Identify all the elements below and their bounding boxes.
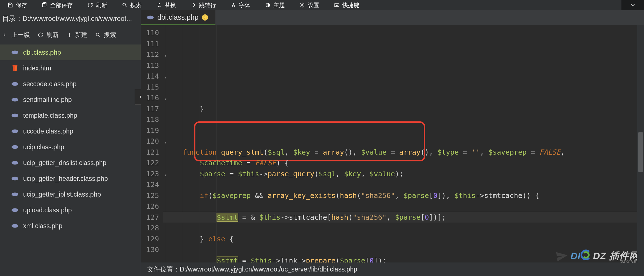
up-level-button[interactable]: 上一级: [2, 31, 30, 39]
svg-rect-4: [334, 4, 339, 6]
line-number[interactable]: 129: [141, 234, 163, 245]
svg-point-16: [12, 224, 18, 228]
line-number[interactable]: 114: [141, 71, 163, 82]
tab-dbi-class-php[interactable]: dbi.class.php !: [141, 10, 215, 25]
line-number[interactable]: 112: [141, 49, 163, 60]
search-label: 搜索: [130, 1, 142, 9]
search-button[interactable]: 搜索: [114, 0, 149, 10]
line-number[interactable]: 110: [141, 28, 163, 39]
svg-point-7: [12, 82, 18, 86]
line-number[interactable]: 126: [141, 201, 163, 212]
svg-point-8: [12, 98, 18, 102]
file-name: upload.class.php: [23, 206, 72, 214]
tab-title: dbi.class.php: [157, 13, 199, 21]
replace-button[interactable]: 替换: [149, 0, 183, 10]
php-file-icon: [11, 175, 19, 182]
up-label: 上一级: [11, 31, 30, 39]
refresh-icon: [87, 2, 93, 8]
php-file-icon: [11, 206, 19, 214]
toolbar-menu-button[interactable]: [621, 0, 644, 10]
file-item[interactable]: sendmail.inc.php: [0, 92, 141, 108]
line-number[interactable]: 111: [141, 39, 163, 50]
save-label: 保存: [16, 1, 27, 9]
line-number[interactable]: 125: [141, 190, 163, 201]
line-number[interactable]: 124: [141, 179, 163, 190]
svg-point-10: [12, 130, 18, 133]
save-button[interactable]: 保存: [0, 0, 34, 10]
line-number[interactable]: 130: [141, 244, 163, 255]
goto-button[interactable]: 跳转行: [183, 0, 223, 10]
line-number[interactable]: 119: [141, 125, 163, 136]
php-file-icon: [147, 15, 154, 20]
search-icon: [95, 32, 101, 38]
shortcuts-button[interactable]: 快捷键: [327, 0, 367, 10]
svg-point-3: [302, 5, 303, 6]
directory-path: 目录： D:/wwwroot/www.yjygl.cn/wwwroot...: [0, 10, 141, 27]
top-toolbar: 保存 全部保存 刷新 搜索 替换 跳转行 字体 主题: [0, 0, 644, 10]
file-item[interactable]: index.htm: [0, 60, 141, 76]
line-gutter[interactable]: 1101111121131141151161171181191201211221…: [141, 25, 163, 262]
refresh-label: 刷新: [96, 1, 107, 9]
file-name: xml.class.php: [23, 222, 62, 230]
directory-label: 目录：: [2, 14, 23, 23]
sidebar-refresh-button[interactable]: 刷新: [38, 31, 59, 39]
file-item[interactable]: uccode.class.php: [0, 123, 141, 139]
line-number[interactable]: 115: [141, 82, 163, 93]
svg-point-17: [147, 15, 154, 19]
file-name: template.class.php: [23, 112, 77, 119]
svg-point-14: [12, 193, 18, 196]
svg-rect-0: [9, 3, 11, 5]
php-file-icon: [11, 222, 19, 230]
theme-button[interactable]: 主题: [258, 0, 292, 10]
theme-label: 主题: [274, 1, 285, 9]
file-item[interactable]: upload.class.php: [0, 202, 141, 218]
sidebar-refresh-label: 刷新: [46, 31, 59, 39]
line-number[interactable]: 117: [141, 104, 163, 115]
file-item[interactable]: dbi.class.php: [0, 44, 141, 60]
editor-tabs: dbi.class.php !: [141, 10, 644, 25]
php-file-icon: [11, 112, 19, 119]
line-number[interactable]: 123: [141, 169, 163, 180]
new-button[interactable]: 新建: [67, 31, 87, 39]
line-number[interactable]: 127: [141, 212, 163, 223]
font-label: 字体: [239, 1, 250, 9]
php-file-icon: [11, 143, 19, 151]
save-all-icon: [42, 2, 47, 8]
file-item[interactable]: ucip_getter_header.class.php: [0, 171, 141, 186]
file-item[interactable]: ucip_getter_dnslist.class.php: [0, 155, 141, 171]
file-list[interactable]: dbi.class.phpindex.htmseccode.class.phps…: [0, 43, 141, 276]
gear-icon: [299, 2, 305, 8]
svg-point-9: [12, 114, 18, 117]
line-number[interactable]: 120: [141, 136, 163, 147]
file-name: ucip.class.php: [23, 143, 64, 151]
theme-icon: [265, 2, 271, 8]
file-item[interactable]: xml.class.php: [0, 218, 141, 234]
line-number[interactable]: 128: [141, 223, 163, 234]
php-file-icon: [11, 128, 19, 135]
file-item[interactable]: ucip_getter_iplist.class.php: [0, 186, 141, 202]
line-number[interactable]: 122: [141, 158, 163, 169]
php-file-icon: [11, 159, 19, 166]
file-item[interactable]: seccode.class.php: [0, 76, 141, 92]
scrollbar-thumb[interactable]: [638, 132, 643, 172]
file-sidebar: 目录： D:/wwwroot/www.yjygl.cn/wwwroot... 上…: [0, 10, 141, 276]
save-all-button[interactable]: 全部保存: [34, 0, 80, 10]
line-number[interactable]: 121: [141, 147, 163, 158]
line-number[interactable]: 113: [141, 60, 163, 71]
vertical-scrollbar[interactable]: [637, 25, 644, 262]
file-name: uccode.class.php: [23, 128, 73, 135]
font-button[interactable]: 字体: [223, 0, 258, 10]
line-number[interactable]: 118: [141, 114, 163, 125]
code-editor[interactable]: } function query_stmt($sql, $key = array…: [163, 25, 644, 262]
plus-icon: [67, 32, 72, 38]
refresh-icon: [38, 32, 43, 38]
settings-button[interactable]: 设置: [292, 0, 327, 10]
file-item[interactable]: ucip.class.php: [0, 139, 141, 155]
new-label: 新建: [75, 31, 87, 39]
sidebar-search-label: 搜索: [104, 31, 116, 39]
sidebar-search-button[interactable]: 搜索: [95, 31, 116, 39]
line-number[interactable]: 116: [141, 93, 163, 104]
file-item[interactable]: template.class.php: [0, 108, 141, 123]
svg-point-6: [12, 51, 18, 54]
refresh-button[interactable]: 刷新: [80, 0, 114, 10]
